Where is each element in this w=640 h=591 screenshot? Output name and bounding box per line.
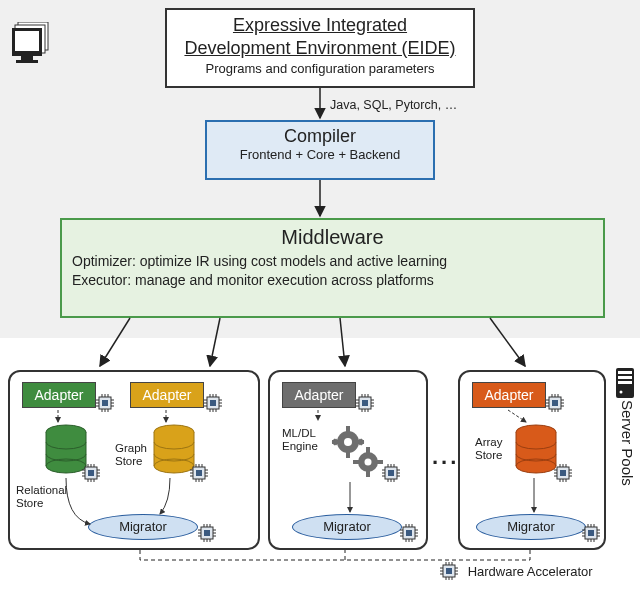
engine-box-relational-graph: Adapter Adapter Relational Store Graph S… bbox=[8, 370, 260, 550]
svg-rect-40 bbox=[88, 470, 94, 476]
svg-rect-114 bbox=[366, 447, 370, 453]
migrator-oval: Migrator bbox=[88, 514, 198, 540]
svg-rect-3 bbox=[15, 31, 39, 51]
svg-rect-200 bbox=[618, 381, 632, 384]
mldl-engine-label: ML/DL Engine bbox=[282, 427, 318, 452]
gears-icon bbox=[328, 422, 386, 483]
svg-rect-117 bbox=[353, 460, 359, 464]
svg-point-201 bbox=[620, 391, 623, 394]
svg-rect-59 bbox=[196, 470, 202, 476]
svg-rect-21 bbox=[210, 400, 216, 406]
middleware-box: Middleware Optimizer: optimize IR using … bbox=[60, 218, 605, 318]
chip-icon bbox=[190, 464, 208, 482]
svg-rect-198 bbox=[618, 371, 632, 374]
svg-line-195 bbox=[508, 410, 526, 422]
array-store-label: Array Store bbox=[475, 436, 503, 461]
chip-icon bbox=[582, 524, 600, 542]
legend-text: Hardware Accelerator bbox=[468, 564, 593, 579]
compiler-box: Compiler Frontend + Core + Backend bbox=[205, 120, 435, 180]
eide-box: Expressive Integrated Development Enviro… bbox=[165, 8, 475, 88]
executor-label: Executor: bbox=[72, 272, 131, 288]
svg-rect-105 bbox=[346, 452, 350, 458]
svg-rect-199 bbox=[618, 376, 632, 379]
database-icon-orange bbox=[514, 424, 558, 474]
chip-icon bbox=[356, 394, 374, 412]
svg-rect-182 bbox=[588, 530, 594, 536]
chip-icon bbox=[82, 464, 100, 482]
svg-point-113 bbox=[365, 459, 372, 466]
svg-rect-168 bbox=[560, 470, 566, 476]
adapter-gold: Adapter bbox=[130, 382, 204, 408]
svg-rect-5 bbox=[16, 60, 38, 63]
adapter-gray: Adapter bbox=[282, 382, 356, 408]
middleware-title: Middleware bbox=[72, 226, 593, 249]
chip-icon bbox=[554, 464, 572, 482]
svg-rect-133 bbox=[406, 530, 412, 536]
adapter-orange: Adapter bbox=[472, 382, 546, 408]
svg-rect-89 bbox=[362, 400, 368, 406]
legend-hardware-accelerator: Hardware Accelerator bbox=[440, 562, 593, 580]
svg-rect-7 bbox=[102, 400, 108, 406]
executor-desc: manage and monitor execution across plat… bbox=[135, 272, 434, 288]
compiler-subtitle: Frontend + Core + Backend bbox=[207, 147, 433, 162]
svg-rect-104 bbox=[346, 426, 350, 432]
svg-rect-4 bbox=[21, 56, 33, 60]
migrator-oval: Migrator bbox=[292, 514, 402, 540]
svg-rect-149 bbox=[552, 400, 558, 406]
svg-rect-73 bbox=[204, 530, 210, 536]
eide-subtitle: Programs and configuration parameters bbox=[167, 61, 473, 76]
eide-title: Expressive Integrated Development Enviro… bbox=[167, 14, 473, 59]
relational-store-label: Relational Store bbox=[16, 484, 67, 509]
chip-icon bbox=[204, 394, 222, 412]
graph-store-label: Graph Store bbox=[115, 442, 147, 467]
compiler-title: Compiler bbox=[207, 126, 433, 147]
chip-icon bbox=[382, 464, 400, 482]
optimizer-desc: optimize IR using cost models and active… bbox=[140, 253, 447, 269]
workstation-icon bbox=[12, 22, 54, 67]
svg-point-103 bbox=[344, 438, 352, 446]
chip-icon bbox=[198, 524, 216, 542]
engine-box-array: Adapter Array Store Migrator bbox=[458, 370, 606, 550]
middleware-optimizer-line: Optimizer: optimize IR using cost models… bbox=[72, 253, 593, 269]
middleware-executor-line: Executor: manage and monitor execution a… bbox=[72, 272, 593, 288]
migrator-oval: Migrator bbox=[476, 514, 586, 540]
svg-rect-119 bbox=[388, 470, 394, 476]
chip-icon bbox=[96, 394, 114, 412]
server-pools-label: Server Pools bbox=[619, 400, 636, 486]
adapter-green: Adapter bbox=[22, 382, 96, 408]
chip-icon bbox=[400, 524, 418, 542]
optimizer-label: Optimizer: bbox=[72, 253, 136, 269]
chip-icon bbox=[440, 562, 458, 580]
svg-rect-115 bbox=[366, 471, 370, 477]
server-icon bbox=[616, 368, 634, 401]
svg-rect-203 bbox=[446, 568, 452, 574]
languages-label: Java, SQL, Pytorch, … bbox=[330, 98, 457, 112]
chip-icon bbox=[546, 394, 564, 412]
engine-box-mldl: Adapter ML/DL Engine Migrator bbox=[268, 370, 428, 550]
